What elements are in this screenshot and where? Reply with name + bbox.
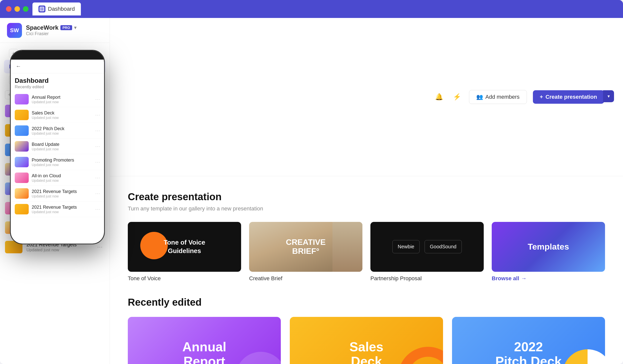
chevron-down-icon: ▾ xyxy=(608,93,610,99)
list-item[interactable]: Promoting Promoters Updated just now ⋯ xyxy=(0,179,110,198)
item-name: Board Update xyxy=(26,164,91,170)
item-menu-icon[interactable]: ⋯ xyxy=(95,223,105,232)
item-thumb-cloud xyxy=(5,202,22,214)
app-chevron-icon[interactable]: ▾ xyxy=(74,25,76,30)
add-section-button[interactable]: + xyxy=(9,75,18,84)
sidebar-item-dashboard[interactable]: ⊞ Dashboard xyxy=(4,60,106,73)
bell-icon: 🔔 xyxy=(435,93,443,101)
app-header: SW SpaceWork PRO ▾ Cici Frasier xyxy=(0,18,110,43)
sidebar: SW SpaceWork PRO ▾ Cici Frasier + ⊞ Dash… xyxy=(0,18,110,364)
item-info: Sales Deck Updated just now xyxy=(26,125,91,136)
item-name: 2021 Revenue Targets xyxy=(26,242,91,248)
active-tab[interactable]: Dashboard xyxy=(32,2,81,15)
template-card-tov[interactable]: Tone of VoiceGuidelines Tone of Voice xyxy=(128,222,241,282)
pp-box1: Newbie xyxy=(392,240,420,253)
template-thumb-pp: Newbie GoodSound xyxy=(370,222,484,272)
template-thumb-tov: Tone of VoiceGuidelines xyxy=(128,222,241,272)
item-menu-icon[interactable]: ⋯ xyxy=(95,126,105,135)
item-thumb-board xyxy=(5,163,22,176)
close-btn[interactable] xyxy=(6,6,11,12)
item-info: 2021 Revenue Targets Updated just now xyxy=(26,242,91,253)
item-meta: Updated just now xyxy=(26,209,91,214)
create-section-title: Create presentation xyxy=(128,191,605,202)
templates-text: Templates xyxy=(528,242,569,252)
item-menu-icon[interactable]: ⋯ xyxy=(95,146,105,154)
app-name: SpaceWork PRO ▾ xyxy=(26,24,103,31)
notifications-button[interactable]: 🔔 xyxy=(433,91,445,103)
item-meta: Updated just now xyxy=(26,248,91,253)
item-thumb-typo xyxy=(5,241,22,253)
create-presentation-button[interactable]: + Create presentation xyxy=(533,90,604,104)
tab-label: Dashboard xyxy=(48,6,75,12)
item-info: Board Update Updated just now xyxy=(26,164,91,175)
item-info: Promoting Promoters Updated just now xyxy=(26,183,91,194)
nav-section: + ⊞ Dashboard + xyxy=(0,43,110,88)
template-thumb-cb: CREATIVEBRIEF° xyxy=(249,222,362,272)
browse-all-link[interactable]: Browse all → xyxy=(492,275,605,282)
item-thumb-revenue xyxy=(5,221,22,234)
item-menu-icon[interactable]: ⋯ xyxy=(95,243,105,251)
item-name: 2021 Revenue Targets xyxy=(26,222,91,228)
recent-card-annual[interactable]: AnnualReport Annual Report In Company, U… xyxy=(128,317,281,364)
recently-edited-title: Recently edited xyxy=(128,297,605,308)
template-name-tov: Tone of Voice xyxy=(128,275,241,282)
item-name: Annual Report xyxy=(26,106,91,111)
item-thumb-pitch xyxy=(5,144,22,156)
list-item[interactable]: 2021 Revenue Targets Updated just now ⋯ xyxy=(0,218,110,237)
plus-icon: + xyxy=(540,94,543,100)
minimize-btn[interactable] xyxy=(14,6,20,12)
ar-text: AnnualReport xyxy=(182,340,226,364)
recent-thumb-annual: AnnualReport xyxy=(128,317,281,364)
recent-grid: AnnualReport Annual Report In Company, U… xyxy=(128,317,605,364)
template-grid: Tone of VoiceGuidelines Tone of Voice xyxy=(128,222,605,282)
template-card-pp[interactable]: Newbie GoodSound Partnership Proposal xyxy=(370,222,484,282)
app-logo: SW xyxy=(7,23,22,38)
item-menu-icon[interactable]: ⋯ xyxy=(95,204,105,212)
item-info: All-in on Cloud Updated just now xyxy=(26,203,91,214)
item-meta: Updated just now xyxy=(26,189,91,194)
list-item[interactable]: All-in on Cloud Updated just now ⋯ xyxy=(0,198,110,218)
item-name: 2022 Pitch Deck xyxy=(26,145,91,150)
add-nav-button[interactable]: + xyxy=(9,49,18,58)
add-item-button[interactable]: + xyxy=(5,90,14,99)
recent-thumb-sales: SalesDeck xyxy=(290,317,443,364)
users-icon: 👥 xyxy=(476,94,483,100)
list-item[interactable]: 2022 Pitch Deck Updated just now ⋯ xyxy=(0,140,110,160)
item-name: Sales Deck xyxy=(26,125,91,131)
browser-top-bar: Dashboard xyxy=(0,0,623,18)
lightning-icon: ⚡ xyxy=(453,93,461,101)
list-item[interactable]: Board Update Updated just now ⋯ xyxy=(0,160,110,179)
template-name-pp: Partnership Proposal xyxy=(370,275,484,282)
list-item[interactable]: Sales Deck Updated just now ⋯ xyxy=(0,121,110,140)
item-info: Annual Report Updated just now xyxy=(26,106,91,116)
list-item[interactable]: Annual Report Updated just now ⋯ xyxy=(0,101,110,121)
template-thumb-templates: Templates xyxy=(492,222,605,272)
template-card-browse[interactable]: Templates Browse all → xyxy=(492,222,605,282)
item-thumb-promoting xyxy=(5,182,22,195)
add-members-button[interactable]: 👥 Add members xyxy=(469,90,527,104)
pro-badge: PRO xyxy=(60,25,72,30)
item-menu-icon[interactable]: ⋯ xyxy=(95,184,105,193)
list-item[interactable]: 2021 Revenue Targets Updated just now ⋯ xyxy=(0,237,110,257)
header-actions: 🔔 ⚡ 👥 Add members + Create presentation … xyxy=(110,18,623,176)
item-name: Promoting Promoters xyxy=(26,183,91,189)
create-dropdown-button[interactable]: ▾ xyxy=(603,90,614,102)
item-meta: Updated just now xyxy=(26,150,91,155)
tab-icon xyxy=(38,5,45,12)
recent-card-pitch[interactable]: 2022Pitch Deck Pitch Deck In Company, Up… xyxy=(452,317,605,364)
traffic-lights xyxy=(6,6,28,12)
cb-text: CREATIVEBRIEF° xyxy=(286,238,325,255)
item-meta: Updated just now xyxy=(26,170,91,175)
create-section-subtitle: Turn any template in our gallery into a … xyxy=(128,205,605,212)
item-info: 2021 Revenue Targets Updated just now xyxy=(26,222,91,233)
item-meta: Updated just now xyxy=(26,228,91,233)
recent-card-sales[interactable]: SalesDeck Sales Deck In Sales, Updated 3… xyxy=(290,317,443,364)
maximize-btn[interactable] xyxy=(23,6,28,12)
item-menu-icon[interactable]: ⋯ xyxy=(95,165,105,174)
template-card-cb[interactable]: CREATIVEBRIEF° Creative Brief xyxy=(249,222,362,282)
app-user: Cici Frasier xyxy=(26,31,103,36)
item-menu-icon[interactable]: ⋯ xyxy=(95,107,105,115)
item-thumb-sales xyxy=(5,124,22,137)
lightning-button[interactable]: ⚡ xyxy=(451,91,463,103)
item-info: 2022 Pitch Deck Updated just now xyxy=(26,145,91,155)
